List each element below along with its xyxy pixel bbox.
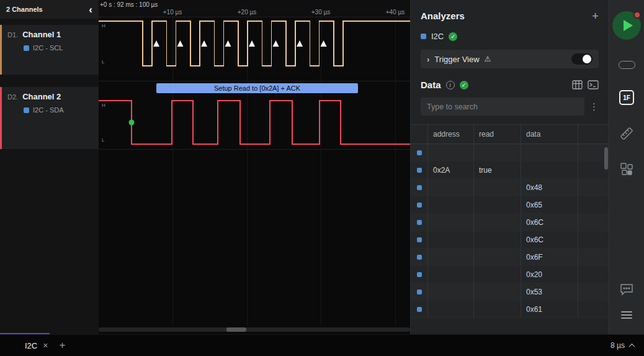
i2c-decode-annotation[interactable]: Setup Read to [0x2A] + ACK: [156, 83, 358, 93]
timeline-tick-label: +20 µs: [238, 9, 257, 16]
cell-data: 0x53: [521, 283, 578, 300]
tab-i2c[interactable]: I2C ×: [25, 340, 48, 350]
cell-filler: [578, 301, 609, 317]
table-row[interactable]: 0x6C: [411, 231, 609, 249]
row-marker-cell: [411, 231, 428, 248]
notification-dot: [633, 11, 641, 19]
extensions-button[interactable]: [620, 162, 633, 176]
cell-data: 0x65: [521, 196, 578, 213]
collapse-sidebar-icon[interactable]: ‹: [89, 4, 92, 15]
close-tab-icon[interactable]: ×: [43, 340, 48, 350]
analyzer-item-i2c[interactable]: I2C ✓: [411, 27, 609, 46]
table-row[interactable]: 0x20: [411, 266, 609, 283]
frame-color-swatch: [417, 255, 422, 260]
table-row[interactable]: 0x6C: [411, 214, 609, 231]
column-header-address[interactable]: address: [428, 125, 474, 144]
channel-color-stripe: [0, 25, 2, 75]
channel-name: Channel 2: [22, 92, 61, 101]
extensions-icon: [620, 162, 633, 176]
table-scrollbar-thumb[interactable]: [604, 147, 608, 170]
warning-icon: ⚠: [485, 55, 491, 63]
terminal-view-icon[interactable]: [588, 80, 599, 89]
channel-row-1[interactable]: D1. Channel 1 I2C - SCL: [0, 25, 99, 75]
device-icon: [619, 61, 635, 69]
trigger-view-toggle[interactable]: [571, 53, 593, 65]
cell-read: [474, 231, 521, 248]
row-marker-cell: [411, 283, 428, 300]
analyzers-panel: Analyzers + I2C ✓ › Trigger View ⚠ Data …: [410, 0, 609, 334]
cell-data: 0x48: [521, 179, 578, 196]
cell-filler: [578, 179, 609, 196]
chat-icon: [620, 283, 633, 296]
level-label: H: [102, 103, 105, 108]
active-tab-indicator: [0, 333, 50, 334]
channels-sidebar: 2 Channels ‹ D1. Channel 1 I2C - SCL D2.…: [0, 0, 99, 334]
add-analyzer-button[interactable]: +: [592, 10, 599, 22]
channel-id: D2.: [7, 93, 18, 101]
table-view-icon[interactable]: [572, 80, 583, 89]
feedback-button[interactable]: [620, 283, 633, 296]
frame-color-swatch: [417, 185, 422, 190]
cell-address: 0x2A: [428, 162, 474, 178]
device-badge-icon: 1F: [619, 90, 634, 105]
channel-row-2[interactable]: D2. Channel 2 I2C - SDA: [0, 87, 99, 149]
row-marker-cell: [411, 144, 428, 161]
start-capture-button[interactable]: [612, 11, 641, 40]
waveform-canvas[interactable]: [99, 0, 410, 326]
ruler-icon: [619, 126, 634, 141]
horizontal-scrollbar-thumb[interactable]: [226, 327, 246, 332]
timeline-ruler[interactable]: +0 s : 92 ms : 100 µs +10 µs+20 µs+30 µs…: [99, 0, 410, 17]
kebab-menu-icon[interactable]: ⋮: [589, 101, 599, 112]
data-title: Data: [421, 80, 441, 90]
analyzer-color-swatch: [421, 34, 426, 39]
cell-read: [474, 144, 521, 161]
cell-data: [521, 162, 578, 178]
cell-filler: [578, 249, 609, 265]
tab-label: I2C: [25, 341, 37, 350]
timeline-tick-label: +10 µs: [163, 9, 182, 16]
info-icon[interactable]: i: [446, 81, 455, 89]
cell-address: [428, 301, 474, 317]
trigger-view-row[interactable]: › Trigger View ⚠: [421, 50, 599, 68]
column-header-read[interactable]: read: [474, 125, 521, 144]
horizontal-scrollbar[interactable]: [99, 327, 410, 332]
chevron-right-icon: ›: [427, 55, 429, 64]
add-tab-button[interactable]: +: [59, 339, 65, 352]
column-header-blank: [578, 125, 609, 144]
main-menu-button[interactable]: [621, 309, 632, 321]
channels-header: 2 Channels ‹: [0, 0, 99, 19]
timing-display-selector[interactable]: 8 µs: [610, 341, 644, 350]
column-header-blank: [411, 125, 428, 144]
frame-color-swatch: [417, 203, 422, 208]
cell-filler: [578, 196, 609, 213]
cell-read: [474, 214, 521, 230]
cell-read: [474, 179, 521, 196]
capture-info-button[interactable]: 1F: [619, 90, 634, 105]
table-row[interactable]: 0x53: [411, 283, 609, 301]
timing-display-value: 8 µs: [610, 341, 625, 350]
search-input[interactable]: [421, 98, 584, 116]
table-row[interactable]: 0x48: [411, 179, 609, 196]
frame-color-swatch: [417, 290, 422, 294]
timeline-tick-label: +30 µs: [311, 9, 331, 16]
cell-filler: [578, 283, 609, 300]
data-ok-icon: ✓: [460, 81, 468, 89]
cell-data: [521, 144, 578, 161]
table-row[interactable]: 0x2Atrue: [411, 162, 609, 179]
table-row[interactable]: 0x61: [411, 301, 609, 318]
cell-data: 0x20: [521, 266, 578, 283]
column-header-data[interactable]: data: [521, 125, 578, 144]
row-marker-cell: [411, 266, 428, 283]
cell-read: [474, 283, 521, 300]
table-row[interactable]: [411, 144, 609, 162]
measurements-button[interactable]: [619, 126, 634, 141]
device-settings-button[interactable]: [619, 61, 635, 69]
table-row[interactable]: 0x6F: [411, 249, 609, 266]
table-row[interactable]: 0x65: [411, 196, 609, 214]
cell-read: [474, 249, 521, 265]
cell-data: 0x61: [521, 301, 578, 317]
bottom-tab-bar: I2C × + 8 µs: [0, 334, 644, 356]
waveform-viewport[interactable]: +0 s : 92 ms : 100 µs +10 µs+20 µs+30 µs…: [99, 0, 410, 334]
analyzer-color-swatch: [24, 107, 29, 113]
cell-read: [474, 196, 521, 213]
